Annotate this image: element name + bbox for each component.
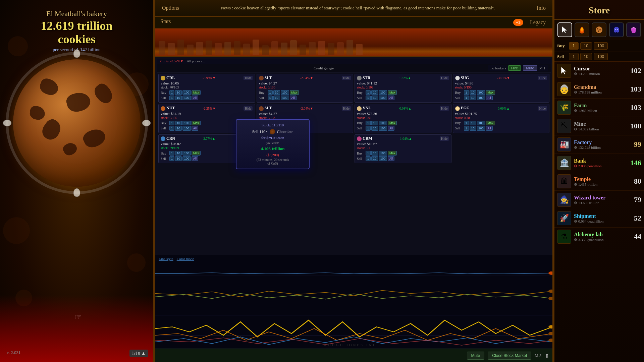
- buy-slt-100[interactable]: 100: [281, 90, 289, 95]
- buy-crm-1[interactable]: 1: [169, 151, 174, 156]
- close-stock-market-btn[interactable]: Close Stock Market: [488, 352, 531, 360]
- sell-nut-10[interactable]: 10: [175, 126, 182, 131]
- sell-nut-100[interactable]: 100: [182, 126, 191, 131]
- buy-str-max[interactable]: Max: [388, 90, 397, 95]
- buy-crm2-1[interactable]: 1: [366, 151, 371, 156]
- options-btn[interactable]: Options: [159, 3, 182, 13]
- buy-sug-100[interactable]: 100: [477, 90, 485, 95]
- buy-slt-10[interactable]: 10: [273, 90, 280, 95]
- store-item-alchemy[interactable]: ⚗ Alchemy lab ⚙ 3.355 quadrillion 44: [554, 228, 644, 246]
- store-item-bank[interactable]: 🏦 Bank ⚙ 2.006 pentillion 146: [554, 154, 644, 172]
- sell-crm-1[interactable]: 1: [169, 156, 174, 161]
- buy-10-btn[interactable]: 10: [580, 42, 592, 50]
- buy-nut-1[interactable]: 1: [169, 121, 174, 125]
- sell-crl-all[interactable]: All: [192, 96, 198, 100]
- buy-egg-10[interactable]: 10: [470, 121, 476, 125]
- buy-crm2-max[interactable]: Max: [388, 151, 397, 156]
- store-item-farm[interactable]: 🌾 Farm ⚙ 1.965 billion 103: [554, 99, 644, 117]
- buy-str-10[interactable]: 10: [371, 90, 378, 95]
- sell-crm2-10[interactable]: 10: [371, 156, 378, 161]
- buy-100-btn[interactable]: 100: [594, 42, 608, 50]
- sell-egg-all[interactable]: All: [486, 126, 493, 131]
- store-item-factory[interactable]: 🏭 Factory ⚙ 132.748 billion 99: [554, 135, 644, 154]
- big-cookie[interactable]: [13, 59, 141, 187]
- sell-crl-100[interactable]: 100: [182, 96, 191, 100]
- sell-crm2-100[interactable]: 100: [379, 156, 387, 161]
- buy-egg-1[interactable]: 1: [464, 121, 469, 125]
- sell-crm-100[interactable]: 100: [182, 156, 191, 161]
- legacy-btn[interactable]: Legacy: [527, 18, 549, 27]
- sell-crl-10[interactable]: 10: [175, 96, 182, 100]
- buy-slt-max[interactable]: Max: [290, 90, 299, 95]
- buy-vnl-100[interactable]: 100: [379, 121, 387, 125]
- buy-nut-max[interactable]: Max: [192, 121, 201, 125]
- buy-crl-10[interactable]: 10: [175, 90, 182, 95]
- hide-crm2-btn[interactable]: Hide: [440, 136, 449, 141]
- cookie-store-icon-btn[interactable]: [592, 22, 606, 37]
- mute-btn[interactable]: Mute: [467, 352, 485, 360]
- buy-egg-100[interactable]: 100: [477, 121, 485, 125]
- buy-crm2-10[interactable]: 10: [371, 151, 378, 156]
- sell-vnl-100[interactable]: 100: [379, 126, 387, 131]
- sell-crm2-all[interactable]: All: [388, 156, 394, 161]
- hide-vnl-btn[interactable]: Hide: [440, 106, 449, 111]
- sell-nut-1[interactable]: 1: [169, 126, 174, 131]
- hide-sug-btn[interactable]: Hide: [538, 76, 547, 80]
- sell-slt-all[interactable]: All: [290, 96, 297, 100]
- buy-sug-10[interactable]: 10: [470, 90, 476, 95]
- sell-sug-10[interactable]: 10: [470, 96, 476, 100]
- hire-btn[interactable]: Hire: [508, 65, 521, 71]
- sell-sug-1[interactable]: 1: [464, 96, 469, 100]
- sell-str-1[interactable]: 1: [366, 96, 371, 100]
- buy-vnl-1[interactable]: 1: [366, 121, 371, 125]
- sell-nut-all[interactable]: All: [192, 126, 198, 131]
- buy-sug-1[interactable]: 1: [464, 90, 469, 95]
- sell-str-100[interactable]: 100: [379, 96, 387, 100]
- sell-str-10[interactable]: 10: [371, 96, 378, 100]
- buy-str-100[interactable]: 100: [379, 90, 387, 95]
- plus-three-badge[interactable]: +3: [513, 19, 523, 26]
- store-item-temple[interactable]: 🏛 Temple ⚙ 1.435 trillion 80: [554, 172, 644, 191]
- buy-crl-max[interactable]: Max: [192, 90, 201, 95]
- sell-crm-all[interactable]: All: [192, 156, 198, 161]
- sell-egg-1[interactable]: 1: [464, 126, 469, 131]
- sell-crm-10[interactable]: 10: [175, 156, 182, 161]
- sell-vnl-1[interactable]: 1: [366, 126, 371, 131]
- expand-icon[interactable]: ⬆: [545, 353, 549, 359]
- sell-sug-all[interactable]: All: [486, 96, 493, 100]
- sell-slt-1[interactable]: 1: [268, 96, 273, 100]
- sell-slt-10[interactable]: 10: [273, 96, 280, 100]
- buy-vnl-max[interactable]: Max: [388, 121, 397, 125]
- sell-10-btn[interactable]: 10: [580, 53, 592, 60]
- sell-sug-100[interactable]: 100: [477, 96, 485, 100]
- buy-vnl-10[interactable]: 10: [371, 121, 378, 125]
- color-mode-btn[interactable]: Color mode: [177, 257, 194, 261]
- buy-crm-10[interactable]: 10: [175, 151, 182, 156]
- sell-slt-100[interactable]: 100: [281, 96, 289, 100]
- sell-crl-1[interactable]: 1: [169, 96, 174, 100]
- buy-str-1[interactable]: 1: [366, 90, 371, 95]
- sell-vnl-all[interactable]: All: [388, 126, 394, 131]
- buy-slt-1[interactable]: 1: [268, 90, 273, 95]
- buy-crm2-100[interactable]: 100: [379, 151, 387, 156]
- hide-nut-btn[interactable]: Hide: [244, 106, 253, 111]
- hide-str-btn[interactable]: Hide: [440, 76, 449, 80]
- sell-egg-100[interactable]: 100: [477, 126, 485, 131]
- stats-btn[interactable]: Stats: [155, 17, 176, 28]
- sell-egg-10[interactable]: 10: [470, 126, 476, 131]
- store-item-mine[interactable]: ⛏ Mine ⚙ 14.092 billion 100: [554, 117, 644, 135]
- line-style-btn[interactable]: Line style: [159, 257, 173, 261]
- buy-crm-100[interactable]: 100: [182, 151, 191, 156]
- sell-1-btn[interactable]: 1: [569, 53, 579, 60]
- ghost-icon-btn[interactable]: [609, 22, 624, 37]
- hide-egg-btn[interactable]: Hide: [538, 106, 547, 111]
- fire-icon-btn[interactable]: [575, 22, 589, 37]
- cursor-icon-btn[interactable]: [557, 22, 572, 37]
- buy-egg-max[interactable]: Max: [486, 121, 495, 125]
- store-item-shipment[interactable]: 🚀 Shipment ⚙ 0.034 quadrillion 52: [554, 209, 644, 228]
- hide-slt-btn[interactable]: Hide: [342, 76, 351, 80]
- buy-crl-100[interactable]: 100: [182, 90, 191, 95]
- info-btn[interactable]: Info: [533, 3, 549, 13]
- hide-crl-btn[interactable]: Hide: [244, 76, 253, 80]
- sell-crm2-1[interactable]: 1: [366, 156, 371, 161]
